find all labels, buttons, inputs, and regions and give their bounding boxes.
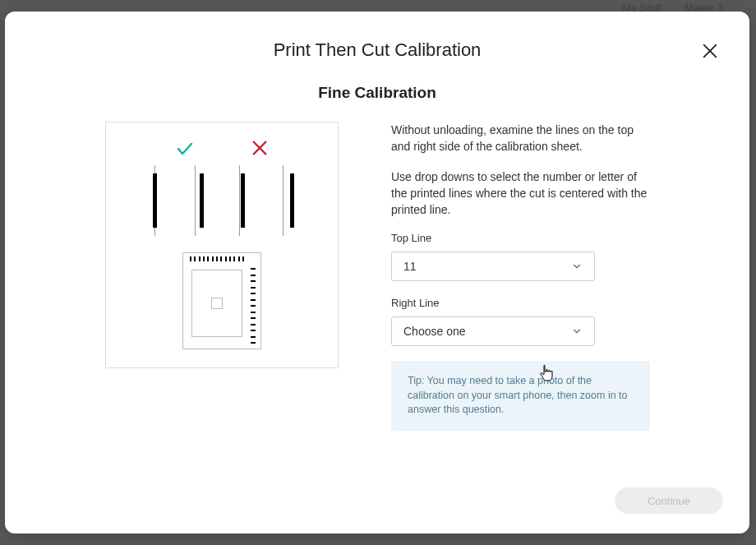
top-line-value: 11 [403,258,417,275]
calibration-illustration [105,122,339,368]
calibration-sheet-diagram [182,252,261,349]
top-line-select[interactable]: 11 [391,252,595,281]
tip-box: Tip: You may need to take a photo of the… [391,361,650,431]
x-mark-icon [251,139,269,157]
checkmark-icon [175,139,195,159]
form-column: Without unloading, examine the lines on … [391,122,650,431]
line-example [280,165,297,236]
chevron-down-icon [571,261,583,272]
modal-title: Print Then Cut Calibration [31,39,723,61]
right-line-value: Choose one [403,323,466,339]
line-example [191,165,208,236]
modal-subtitle: Fine Calibration [31,84,723,102]
instruction-paragraph-2: Use drop downs to select the number or l… [391,169,650,219]
close-button[interactable] [698,39,721,62]
continue-button[interactable]: Continue [615,487,723,514]
calibration-modal: Print Then Cut Calibration Fine Calibrat… [5,12,749,533]
top-line-label: Top Line [391,231,650,247]
line-example [147,165,164,236]
line-example [236,165,252,236]
instruction-paragraph-1: Without unloading, examine the lines on … [391,122,650,155]
right-line-label: Right Line [391,296,650,312]
close-icon [701,42,719,60]
right-line-select[interactable]: Choose one [391,316,595,346]
chevron-down-icon [571,326,583,337]
